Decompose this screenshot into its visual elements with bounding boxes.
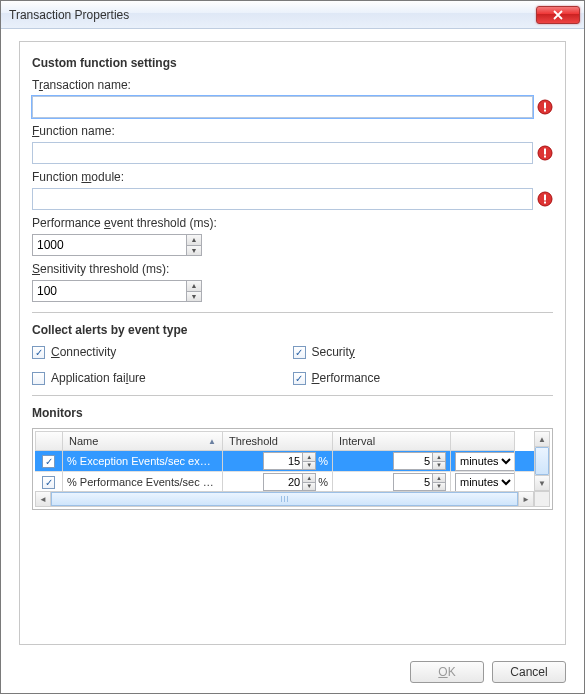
checkbox-icon[interactable] — [293, 372, 306, 385]
scroll-corner — [534, 491, 550, 507]
row-unit: minutes — [451, 472, 515, 492]
spinner-down-button[interactable]: ▼ — [187, 246, 201, 256]
row-threshold: ▲▼ % — [223, 451, 333, 471]
header-name[interactable]: Name ▲ — [63, 431, 223, 451]
spinner-up-button[interactable]: ▲ — [303, 474, 315, 483]
row-interval: ▲▼ — [333, 451, 451, 471]
error-icon — [537, 145, 553, 161]
divider — [32, 395, 553, 396]
titlebar: Transaction Properties — [1, 1, 584, 29]
function-name-label: Function name: — [32, 124, 553, 138]
checkbox-connectivity[interactable]: Connectivity — [32, 345, 293, 359]
row-checkbox[interactable] — [42, 455, 55, 468]
window-title: Transaction Properties — [9, 8, 536, 22]
dialog-footer: OK Cancel — [410, 661, 566, 683]
spinner-down-button[interactable]: ▼ — [433, 462, 445, 470]
sens-threshold-label: Sensitivity threshold (ms): — [32, 262, 553, 276]
svg-rect-7 — [544, 195, 546, 201]
section-custom-title: Custom function settings — [32, 56, 553, 70]
spinner-up-button[interactable]: ▲ — [187, 281, 201, 292]
checkbox-security[interactable]: Security — [293, 345, 554, 359]
threshold-spinner[interactable]: ▲▼ — [263, 473, 316, 491]
vertical-scrollbar[interactable]: ▲ ▼ — [534, 431, 550, 491]
scroll-right-button[interactable]: ► — [518, 492, 533, 506]
sens-threshold-input[interactable] — [32, 280, 186, 302]
svg-rect-4 — [544, 149, 546, 155]
transaction-name-label: Transaction name: — [32, 78, 553, 92]
error-icon — [537, 191, 553, 207]
scroll-left-button[interactable]: ◄ — [36, 492, 51, 506]
perf-threshold-label: Performance event threshold (ms): — [32, 216, 553, 230]
transaction-name-input[interactable] — [32, 96, 533, 118]
interval-input[interactable] — [393, 452, 433, 470]
perf-threshold-input[interactable] — [32, 234, 186, 256]
dialog-window: Transaction Properties Custom function s… — [0, 0, 585, 694]
threshold-input[interactable] — [263, 473, 303, 491]
spinner-up-button[interactable]: ▲ — [187, 235, 201, 246]
content-panel: Custom function settings Transaction nam… — [19, 41, 566, 645]
header-checkbox-col[interactable] — [35, 431, 63, 451]
spinner-up-button[interactable]: ▲ — [303, 453, 315, 462]
divider — [32, 312, 553, 313]
scroll-down-button[interactable]: ▼ — [535, 475, 549, 490]
function-module-label: Function module: — [32, 170, 553, 184]
error-icon — [537, 99, 553, 115]
table-row[interactable]: % Performance Events/sec … ▲▼ % ▲▼ — [35, 472, 534, 493]
svg-rect-8 — [544, 202, 546, 204]
scroll-grip-icon — [281, 496, 289, 502]
svg-rect-1 — [544, 103, 546, 109]
monitors-table: Name ▲ Threshold Interval % Exception Ev… — [35, 431, 534, 493]
alerts-grid: Connectivity Security Application failur… — [32, 345, 553, 385]
spinner-up-button[interactable]: ▲ — [433, 474, 445, 483]
header-threshold[interactable]: Threshold — [223, 431, 333, 451]
row-name: % Performance Events/sec … — [63, 472, 223, 492]
svg-rect-5 — [544, 156, 546, 158]
scroll-thumb[interactable] — [535, 447, 549, 475]
checkbox-appfail[interactable]: Application failure — [32, 371, 293, 385]
spinner-down-button[interactable]: ▼ — [303, 462, 315, 470]
row-unit: minutes — [451, 451, 515, 471]
row-checkbox[interactable] — [42, 476, 55, 489]
checkbox-performance[interactable]: Performance — [293, 371, 554, 385]
checkbox-icon[interactable] — [32, 372, 45, 385]
row-threshold: ▲▼ % — [223, 472, 333, 492]
section-alerts-title: Collect alerts by event type — [32, 323, 553, 337]
monitors-panel: Name ▲ Threshold Interval % Exception Ev… — [32, 428, 553, 510]
scroll-up-button[interactable]: ▲ — [535, 432, 549, 447]
header-interval[interactable]: Interval — [333, 431, 451, 451]
horizontal-scrollbar[interactable]: ◄ ► — [35, 491, 534, 507]
sort-asc-icon: ▲ — [208, 437, 216, 446]
interval-unit-select[interactable]: minutes — [455, 452, 515, 471]
row-interval: ▲▼ — [333, 472, 451, 492]
spinner-down-button[interactable]: ▼ — [303, 483, 315, 491]
threshold-spinner[interactable]: ▲▼ — [263, 452, 316, 470]
spinner-up-button[interactable]: ▲ — [433, 453, 445, 462]
interval-spinner[interactable]: ▲▼ — [393, 473, 446, 491]
section-monitors-title: Monitors — [32, 406, 553, 420]
scroll-thumb[interactable] — [51, 492, 518, 506]
ok-button[interactable]: OK — [410, 661, 484, 683]
cancel-button[interactable]: Cancel — [492, 661, 566, 683]
monitors-header: Name ▲ Threshold Interval — [35, 431, 534, 451]
checkbox-icon[interactable] — [32, 346, 45, 359]
row-name: % Exception Events/sec ex… — [63, 451, 223, 471]
table-row[interactable]: % Exception Events/sec ex… ▲▼ % ▲▼ — [35, 451, 534, 472]
spinner-down-button[interactable]: ▼ — [433, 483, 445, 491]
perf-threshold-spinner[interactable]: ▲ ▼ — [32, 234, 202, 256]
function-module-input[interactable] — [32, 188, 533, 210]
close-button[interactable] — [536, 6, 580, 24]
interval-unit-select[interactable]: minutes — [455, 473, 515, 492]
close-icon — [553, 10, 563, 20]
svg-rect-2 — [544, 110, 546, 112]
checkbox-icon[interactable] — [293, 346, 306, 359]
threshold-input[interactable] — [263, 452, 303, 470]
spinner-down-button[interactable]: ▼ — [187, 292, 201, 302]
interval-input[interactable] — [393, 473, 433, 491]
function-name-input[interactable] — [32, 142, 533, 164]
header-unit[interactable] — [451, 431, 515, 451]
sens-threshold-spinner[interactable]: ▲ ▼ — [32, 280, 202, 302]
interval-spinner[interactable]: ▲▼ — [393, 452, 446, 470]
